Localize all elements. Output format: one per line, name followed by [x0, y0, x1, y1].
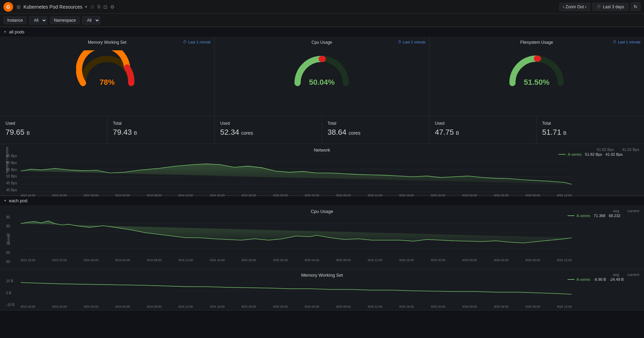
- memory-working-set-panel: Memory Working Set ⏱ Last 1 minute 78%: [0, 37, 215, 116]
- stat-cpu-used-value: 52.34 cores: [220, 128, 316, 137]
- stat-fs-used-value: 47.75 B: [435, 128, 531, 137]
- each-pod-chevron-icon: ▼: [3, 199, 7, 203]
- stat-memory-total-value: 79.43 B: [113, 128, 209, 137]
- cpu-legend-header: avg current: [568, 209, 639, 213]
- memory-ws-chart-svg: [21, 279, 572, 303]
- stat-cpu-total-value: 38.64 cores: [328, 128, 424, 137]
- stat-fs-total-label: Total: [542, 121, 638, 126]
- stat-memory-used-value: 79.65 B: [6, 128, 102, 137]
- memory-ws-chart-legend: avg current A-series -6.90 B -24.49 B: [568, 273, 639, 281]
- time-controls: ‹ Zoom Out › ⏱ Last 3 days ↻: [559, 2, 641, 11]
- cpu-y-axis-label: cores: [7, 235, 10, 244]
- filesystem-panel: Filesystem Usage ⏱ Last 1 minute 51.50%: [429, 37, 644, 116]
- memory-ws-chart-panel: Memory Working Set avg current A-series …: [0, 269, 644, 310]
- stat-fs-total-value: 51.71 B: [542, 128, 638, 137]
- filesystem-gauge-container: 51.50%: [506, 50, 568, 88]
- instance-label: Instance: [3, 17, 27, 24]
- clock-icon: ⏱: [183, 40, 187, 44]
- dashboard-title: Kubernetes Pod Resources: [23, 4, 82, 10]
- cpu-gauge-time: ⏱ Last 1 minute: [398, 40, 426, 44]
- settings-icon[interactable]: ⚙: [110, 4, 115, 10]
- network-chart-title: Network: [3, 147, 641, 153]
- cpu-x-ticks: 9/23 16:009/23 20:009/24 00:009/24 04:00…: [21, 258, 572, 262]
- each-pod-title: each pod: [9, 198, 28, 203]
- bookmark-icon[interactable]: ⊡: [103, 4, 107, 10]
- namespace-label: Namespace: [50, 17, 80, 24]
- cpu-chart-legend: avg current A-series 71.368 68.232: [568, 209, 639, 218]
- memory-gauge-title: Memory Working Set: [3, 40, 211, 45]
- network-chart-area: transmit / receive 65 Bps60 Bps55 Bps50 …: [21, 154, 572, 192]
- filesystem-gauge-value: 51.50%: [524, 78, 550, 87]
- cpu-gauge-value: 50.04%: [309, 78, 335, 87]
- grafana-logo[interactable]: G: [3, 2, 13, 12]
- network-chart-panel: Network 51.82 Bps 41.02 Bps A-series 51.…: [0, 144, 644, 196]
- memory-ws-legend-item: A-series -6.90 B -24.49 B: [568, 277, 639, 281]
- stat-cpu-total-label: Total: [328, 121, 424, 126]
- cpu-chart-svg: [21, 215, 572, 257]
- stat-memory-used: Used 79.65 B: [0, 116, 107, 144]
- gauge-row: Memory Working Set ⏱ Last 1 minute 78% C…: [0, 37, 644, 116]
- memory-ws-x-ticks: 9/23 16:009/23 20:009/24 00:009/24 04:00…: [21, 305, 572, 308]
- each-pod-section-header[interactable]: ▼ each pod: [0, 196, 644, 205]
- all-pods-title: all pods: [9, 29, 24, 34]
- network-y-ticks: 65 Bps60 Bps55 Bps50 Bps45 Bps40 Bps: [6, 154, 17, 192]
- cpu-chart-title: Cpu Usage: [3, 209, 641, 214]
- cpu-chart-area: 858075706560 cores 9/23 16:009/23 20:009…: [21, 215, 572, 264]
- topnav: G ⊞ Kubernetes Pod Resources ▾ ☆ ⎘ ⊡ ⚙ ‹…: [0, 0, 644, 14]
- share-icon[interactable]: ⎘: [97, 4, 101, 10]
- legend-header: 51.82 Bps 41.02 Bps: [559, 147, 639, 152]
- cpu-legend-item: A-series 71.368 68.232: [568, 214, 639, 218]
- filterbar: Instance All Namespace All: [0, 14, 644, 27]
- zoom-out-button[interactable]: ‹ Zoom Out ›: [559, 3, 590, 11]
- stat-cpu-used: Used 52.34 cores: [215, 116, 322, 144]
- grid-icon[interactable]: ⊞: [17, 4, 21, 10]
- memory-ws-y-ticks: 10 B0 B-10 B: [6, 279, 14, 307]
- stat-cpu-used-label: Used: [220, 121, 316, 126]
- memory-gauge-time: ⏱ Last 1 minute: [183, 40, 211, 44]
- instance-select[interactable]: All: [29, 16, 47, 24]
- stat-fs-used-label: Used: [435, 121, 531, 126]
- memory-gauge-container: 78%: [76, 50, 138, 88]
- memory-ws-chart-area: 10 B0 B-10 B 9/23 16:009/23 20:009/24 00…: [21, 279, 572, 307]
- network-x-ticks: 9/23 16:009/23 20:009/24 00:009/24 04:00…: [21, 194, 572, 197]
- cpu-gauge-title: Cpu Usage: [218, 40, 425, 45]
- stat-memory-used-label: Used: [6, 121, 102, 126]
- all-pods-section-header[interactable]: ▼ all pods: [0, 27, 644, 37]
- stat-fs-total: Total 51.71 B: [537, 116, 644, 144]
- nav-title-area: ⊞ Kubernetes Pod Resources ▾ ☆ ⎘ ⊡ ⚙: [17, 3, 556, 10]
- cpu-gauge-container: 50.04%: [291, 50, 353, 88]
- stat-memory-total: Total 79.43 B: [107, 116, 215, 144]
- time-range-picker[interactable]: ⏱ Last 3 days: [592, 3, 629, 11]
- namespace-select[interactable]: All: [82, 16, 100, 24]
- memory-ws-chart-title: Memory Working Set: [3, 273, 641, 278]
- stat-memory-total-label: Total: [113, 121, 209, 126]
- clock-icon-2: ⏱: [398, 40, 402, 44]
- filesystem-gauge-time: ⏱ Last 1 minute: [613, 40, 641, 44]
- refresh-button[interactable]: ↻: [631, 2, 641, 11]
- cpu-usage-panel: Cpu Usage ⏱ Last 1 minute 50.04%: [215, 37, 429, 116]
- memory-gauge-value: 78%: [100, 78, 115, 87]
- clock-icon-3: ⏱: [613, 40, 616, 44]
- star-icon[interactable]: ☆: [90, 3, 95, 10]
- stat-row: Used 79.65 B Total 79.43 B Used 52.34 co…: [0, 116, 644, 144]
- stat-cpu-total: Total 38.64 cores: [322, 116, 429, 144]
- dropdown-arrow-icon: ▾: [85, 4, 87, 9]
- filesystem-gauge-title: Filesystem Usage: [433, 40, 641, 45]
- cpu-usage-chart-panel: Cpu Usage avg current A-series 71.368 68…: [0, 205, 644, 269]
- stat-fs-used: Used 47.75 B: [429, 116, 537, 144]
- memory-ws-legend-header: avg current: [568, 273, 639, 277]
- network-chart-svg: [21, 154, 572, 192]
- all-pods-chevron-icon: ▼: [3, 30, 7, 34]
